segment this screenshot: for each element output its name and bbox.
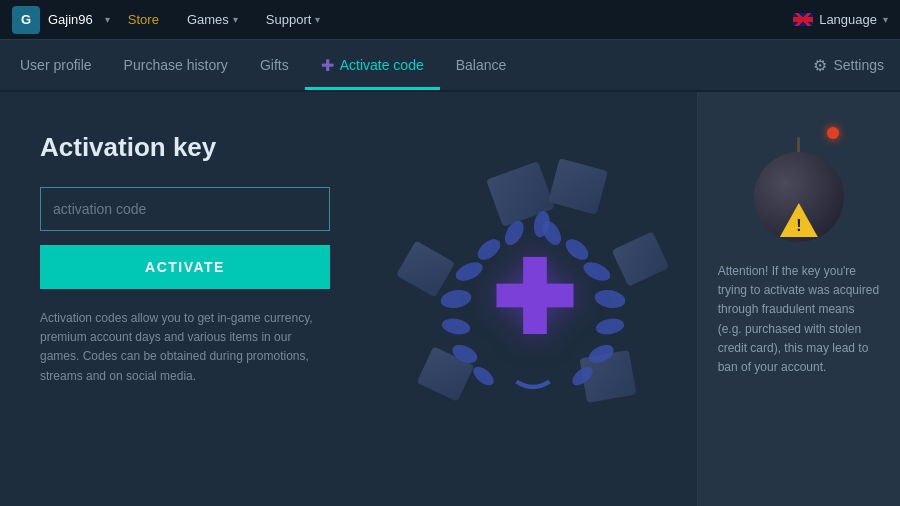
nav-support[interactable]: Support ▾ [256,12,331,27]
plus-icon-large: ✚ [491,249,575,349]
main-content: Activation key ACTIVATE Activation codes… [0,92,900,506]
nav-games[interactable]: Games ▾ [177,12,248,27]
top-navigation: G Gajin96 ▾ Store Games ▾ Support ▾ Lang… [0,0,900,40]
activation-panel: Activation key ACTIVATE Activation codes… [0,92,370,506]
exclamation-icon: ! [796,217,801,235]
site-logo: G [12,6,40,34]
warning-text: Attention! If the key you're trying to a… [718,262,880,377]
flag-icon [793,13,813,26]
svg-point-12 [595,316,626,336]
plus-icon: ✚ [321,56,334,75]
settings-button[interactable]: ⚙ Settings [813,56,884,75]
warning-panel: ! Attention! If the key you're trying to… [697,92,900,506]
spark-icon [827,127,839,139]
support-caret: ▾ [315,14,320,25]
svg-point-1 [453,258,485,284]
illustration-container: ✚ [383,149,683,449]
brand-caret[interactable]: ▾ [105,14,110,25]
tab-purchase-history[interactable]: Purchase history [108,40,244,90]
tab-gifts[interactable]: Gifts [244,40,305,90]
activation-title: Activation key [40,132,330,163]
secondary-navigation: User profile Purchase history Gifts ✚ Ac… [0,40,900,92]
lang-caret: ▾ [883,14,888,25]
center-illustration: ✚ [370,92,697,506]
svg-point-13 [586,341,616,366]
tab-user-profile[interactable]: User profile [16,40,108,90]
activate-button[interactable]: ACTIVATE [40,245,330,289]
svg-point-6 [450,341,480,366]
svg-point-14 [569,363,596,389]
svg-point-7 [470,363,497,389]
nav-store[interactable]: Store [118,12,169,27]
bomb-illustration: ! [739,122,859,242]
activation-code-input[interactable] [40,187,330,231]
svg-point-5 [441,316,472,336]
tab-balance[interactable]: Balance [440,40,523,90]
activation-description: Activation codes allow you to get in-gam… [40,309,330,386]
gear-icon: ⚙ [813,56,827,75]
svg-point-8 [594,288,627,311]
language-selector[interactable]: Language ▾ [793,12,888,27]
games-caret: ▾ [233,14,238,25]
tab-activate-code[interactable]: ✚ Activate code [305,40,440,90]
brand-name[interactable]: Gajin96 [48,12,93,27]
svg-point-9 [581,258,613,284]
svg-point-0 [440,288,473,311]
